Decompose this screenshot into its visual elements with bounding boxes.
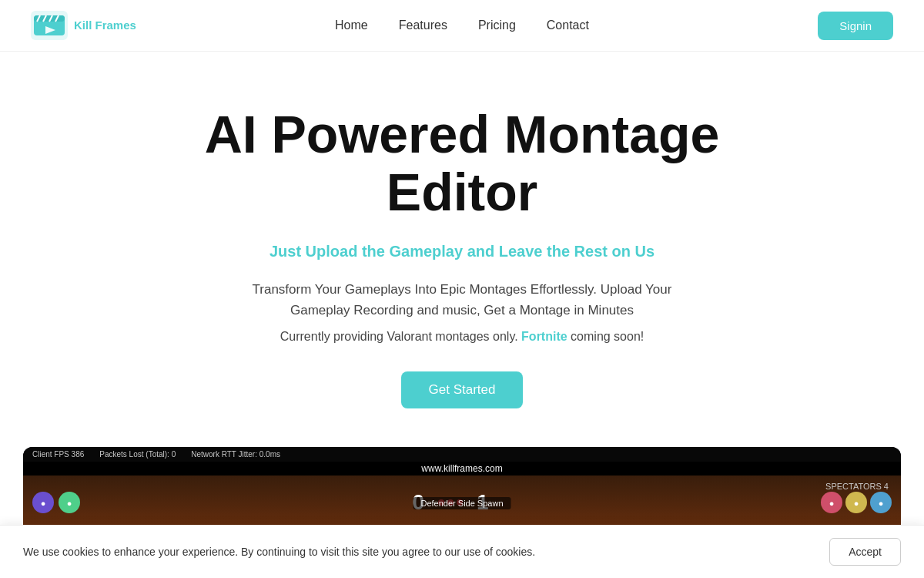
avatar-2: ● [59,492,80,513]
hud-right: ● ● ● [821,492,892,513]
logo-icon [31,11,68,40]
nav-contact[interactable]: Contact [547,18,589,32]
avatar-5: ● [870,492,892,513]
svg-text:●: ● [879,499,884,508]
nav-features[interactable]: Features [399,18,447,32]
avatar-3: ● [821,492,842,513]
logo[interactable]: Kill Frames [31,11,136,40]
nav-pricing[interactable]: Pricing [478,18,516,32]
svg-text:●: ● [829,499,835,508]
main-nav: Home Features Pricing Contact [335,18,589,32]
hero-description: Transform Your Gameplays Into Epic Monta… [223,279,701,321]
hero-note-prefix: Currently providing Valorant montages on… [280,330,518,343]
fps-counter: Client FPS 386 [32,450,84,459]
header: Kill Frames Home Features Pricing Contac… [0,0,924,52]
accept-cookie-button[interactable]: Accept [829,538,901,547]
logo-text: Kill Frames [74,18,136,32]
spectators-badge: SPECTATORS 4 [825,482,889,491]
hud-left: ● ● [32,492,80,513]
video-top-bar: Client FPS 386 Packets Lost (Total): 0 N… [23,447,901,462]
fortnite-link[interactable]: Fortnite [521,330,567,343]
url-bar: www.killframes.com [23,462,901,476]
svg-text:●: ● [854,499,859,508]
game-hud: ● ● 0 1 ● ● ● SPECTATORS [23,476,901,529]
network-stats: Network RTT Jitter: 0.0ms [191,450,280,459]
nav-home[interactable]: Home [335,18,368,32]
avatar-4: ● [845,492,867,513]
hero-note: Currently providing Valorant montages on… [15,330,909,344]
get-started-button[interactable]: Get Started [401,371,524,408]
cookie-banner: We use cookies to enhance your experienc… [0,525,924,547]
svg-text:●: ● [67,499,72,508]
hero-subtitle: Just Upload the Gameplay and Leave the R… [15,243,909,260]
cookie-text: We use cookies to enhance your experienc… [23,546,535,547]
avatar-1: ● [32,492,54,513]
svg-text:●: ● [41,499,46,508]
hero-note-suffix: coming soon! [571,330,644,343]
signin-button[interactable]: Signin [818,12,893,40]
packet-loss: Packets Lost (Total): 0 [99,450,176,459]
defender-banner: Defender Side Spawn [413,497,511,509]
hero-title: AI Powered Montage Editor [192,106,732,221]
hero-section: AI Powered Montage Editor Just Upload th… [0,52,924,447]
